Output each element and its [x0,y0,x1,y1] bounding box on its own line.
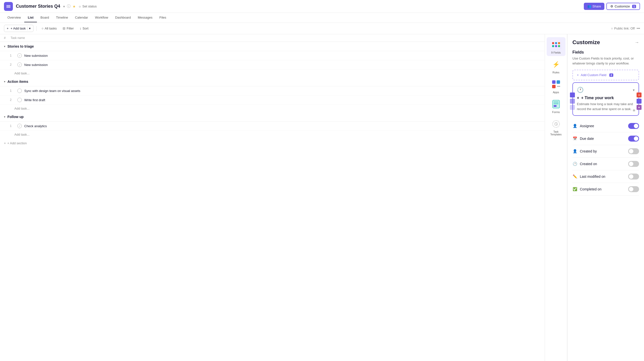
created-on-toggle[interactable] [628,161,639,167]
title-controls: ▾ ⓘ ★ [63,4,76,9]
customize-button[interactable]: ⚙ Customize 1 [606,3,640,10]
forms-label: Forms [552,111,560,114]
task-status-icon[interactable]: ✓ [17,53,22,58]
field-toggle-created-by: 👤 Created by [572,145,639,158]
dropdown-button[interactable]: ▾ [63,5,65,9]
add-task-dropdown-icon[interactable]: ▾ [27,27,31,30]
tab-files[interactable]: Files [156,13,170,22]
card-right-icons: ✈ ▼ [636,93,642,110]
field-toggle-created-on: 🕐 Created on [572,158,639,170]
add-task-inline-followup[interactable]: Add task... [0,131,545,138]
icon-panel-rules[interactable]: ⚡ Rules [547,57,566,76]
icon-panel-forms[interactable]: Forms [547,97,566,116]
customize-close-button[interactable]: → [634,40,639,45]
star-button[interactable]: ★ [72,5,76,9]
icon-panel-apps[interactable]: ••• Apps [547,77,566,96]
right-icon-down: ▼ [636,105,642,110]
toolbar-separator [36,26,37,31]
toolbar: + + Add task ▾ ○ All tasks ⊟ Filter ↕ So… [0,23,644,34]
table-row[interactable]: 1 ✓ Check analytics [0,122,545,131]
task-status-icon[interactable]: ✓ [17,63,22,67]
table-row[interactable]: 2 Write first draft [0,96,545,105]
hamburger-button[interactable] [4,2,13,11]
due-date-icon: 📅 [572,136,577,141]
completed-on-field-name: Completed on [580,187,626,191]
last-modified-toggle[interactable] [628,174,639,180]
due-date-toggle[interactable] [628,136,639,142]
forms-icon [550,99,562,110]
tab-overview[interactable]: Overview [4,13,24,22]
column-header: # Task name [0,34,545,42]
svg-rect-2 [552,85,556,88]
fields-icon [550,39,562,50]
sort-icon: ↕ [80,27,82,30]
plus-icon: + [4,141,6,145]
add-task-inline-stories[interactable]: Add task... [0,70,545,77]
fields-section-title: Fields [572,50,639,55]
section-title-stories: Stories to triage [8,44,34,48]
tab-workflow[interactable]: Workflow [92,13,112,22]
left-icon-1 [570,93,575,97]
tab-messages[interactable]: Messages [134,13,156,22]
all-tasks-filter[interactable]: ○ All tasks [40,25,59,32]
customize-badge: 1 [632,5,636,8]
section-chevron-action: ▾ [4,80,6,83]
time-work-card-top: 🕐 ▾ [577,87,634,93]
hash-col: # [4,36,6,40]
created-by-toggle[interactable] [628,148,639,154]
icon-panel-task-templates[interactable]: Task Templates [547,117,566,138]
task-status-icon[interactable]: ✓ [17,124,22,128]
task-name-text: Check analytics [24,124,47,128]
task-status-icon[interactable] [17,89,22,93]
last-modified-icon: ✏️ [572,174,577,179]
rules-icon: ⚡ [550,59,562,70]
created-by-icon: 👤 [572,149,577,153]
section-header-followup[interactable]: ▾ Follow up [0,112,545,122]
add-section-button[interactable]: + + Add section [0,138,545,148]
add-task-inline-action[interactable]: Add task... [0,105,545,112]
apps-label: Apps [553,91,559,94]
table-row[interactable]: 2 ✓ New submission [0,60,545,70]
tab-dashboard[interactable]: Dashboard [112,13,134,22]
info-button[interactable]: ⓘ [67,4,70,9]
more-options-button[interactable]: ••• [636,27,640,30]
section-header-action[interactable]: ▾ Action items [0,77,545,86]
rules-label: Rules [552,71,559,74]
plus-icon: + [577,96,579,100]
section-header-stories[interactable]: ▾ Stories to triage [0,42,545,51]
section-chevron-followup: ▾ [4,115,6,119]
main-layout: # Task name ▾ Stories to triage 1 ✓ New … [0,34,644,361]
tab-list[interactable]: List [24,13,37,22]
section-chevron-stories: ▾ [4,45,6,48]
fields-description: Use Custom Fields to track priority, cos… [572,56,639,66]
table-row[interactable]: 1 Sync with design team on visual assets [0,86,545,96]
svg-rect-1 [556,80,560,84]
plus-icon: + [577,73,579,77]
tab-timeline[interactable]: Timeline [52,13,72,22]
sort-button[interactable]: ↕ Sort [78,25,90,32]
task-templates-label: Task Templates [548,130,564,136]
field-toggle-due-date: 📅 Due date [572,132,639,145]
task-list-area: # Task name ▾ Stories to triage 1 ✓ New … [0,34,545,361]
add-custom-field-badge: 2 [609,73,613,77]
assignee-icon: 👤 [572,124,577,128]
right-icon-plane: ✈ [636,93,642,97]
tab-calendar[interactable]: Calendar [72,13,92,22]
apps-icon: ••• [550,79,562,90]
filter-button[interactable]: ⊟ Filter [61,25,76,32]
card-left-icons [570,93,575,110]
table-row[interactable]: 1 ✓ New submission [0,51,545,60]
add-custom-field-button[interactable]: + Add Custom Field 2 [572,70,639,80]
card-collapse-icon[interactable]: ▾ [633,88,634,92]
task-status-icon[interactable] [17,98,22,102]
tab-board[interactable]: Board [37,13,52,22]
completed-on-toggle[interactable] [628,186,639,192]
task-name-text: New submission [24,54,48,58]
assignee-toggle[interactable] [628,123,639,129]
time-your-work-card[interactable]: 🕐 ▾ ✈ ▼ + [572,82,639,116]
icon-panel-fields[interactable]: 9 Fields [547,37,566,56]
share-button[interactable]: 👥 Share [584,3,604,10]
set-status-button[interactable]: Set status [79,5,96,9]
public-link-toggle[interactable]: ○ Public link: Off [611,27,635,30]
add-task-button[interactable]: + + Add task ▾ [4,25,34,32]
